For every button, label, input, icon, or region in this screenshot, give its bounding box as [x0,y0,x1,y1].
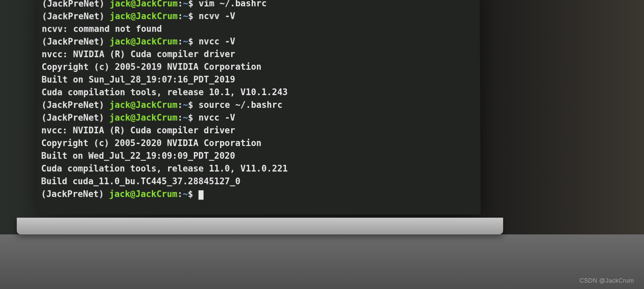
output-text: Copyright (c) 2005-2019 NVIDIA Corporati… [42,62,261,72]
terminal-prompt-line: (JackPreNet) jack@JackCrum:~$ ncvv -V [42,9,480,23]
terminal-output-line: Copyright (c) 2005-2020 NVIDIA Corporati… [41,137,480,149]
desk-surface [0,234,644,289]
prompt-sigil: $ [188,100,198,110]
monitor-bezel [17,218,503,234]
path-separator: : [177,100,183,110]
photo-frame: (JackPreNet) jack@JackCrum:~$ vim ~/.bas… [0,0,644,289]
env-prefix: (JackPreNet) [41,100,109,110]
command-text: source ~/.bashrc [199,100,282,110]
terminal-output-line: Built on Wed_Jul_22_19:09:09_PDT_2020 [41,149,480,162]
command-text: vim ~/.bashrc [199,0,267,8]
path-separator: : [177,113,183,123]
env-prefix: (JackPreNet) [42,37,110,47]
output-text: Cuda compilation tools, release 10.1, V1… [42,87,288,97]
watermark-text: CSDN @JackCrum [580,277,634,284]
env-prefix: (JackPreNet) [42,0,110,9]
terminal-output-line: ncvv: command not found [42,22,480,35]
user-host: jack@JackCrum [110,0,178,8]
terminal-content[interactable]: (JackPreNet) jack@JackCrum:~$ vim ~/.bas… [37,0,480,201]
user-host: jack@JackCrum [110,11,178,21]
cwd: ~ [183,11,188,21]
env-prefix: (JackPreNet) [41,189,109,199]
terminal-prompt-line: (JackPreNet) jack@JackCrum:~$ source ~/.… [41,98,480,112]
output-text: Copyright (c) 2005-2020 NVIDIA Corporati… [41,138,261,148]
prompt-sigil: $ [188,113,198,123]
env-prefix: (JackPreNet) [42,11,110,21]
output-text: nvcc: NVIDIA (R) Cuda compiler driver [41,125,235,135]
cwd: ~ [183,0,188,8]
command-text: nvcc -V [199,113,235,123]
cwd: ~ [183,37,188,47]
user-host: jack@JackCrum [109,100,177,110]
output-text: nvcc: NVIDIA (R) Cuda compiler driver [42,49,235,59]
user-host: jack@JackCrum [109,189,177,199]
path-separator: : [177,189,183,199]
user-host: jack@JackCrum [110,37,178,47]
terminal-output-line: nvcc: NVIDIA (R) Cuda compiler driver [41,124,480,137]
terminal-output-line: Cuda compilation tools, release 10.1, V1… [42,86,480,99]
cwd: ~ [183,113,188,123]
terminal-window[interactable]: (JackPreNet) jack@JackCrum:~$ vim ~/.bas… [37,0,481,215]
terminal-output-line: Copyright (c) 2005-2019 NVIDIA Corporati… [42,60,480,73]
user-host: jack@JackCrum [109,113,177,123]
command-text: nvcc -V [199,36,235,46]
output-text: Cuda compilation tools, release 11.0, V1… [41,163,288,173]
path-separator: : [178,37,183,47]
terminal-output-line: Build cuda_11.0_bu.TC445_37.28845127_0 [41,175,480,188]
cwd: ~ [182,189,188,199]
command-text: ncvv -V [199,11,235,21]
terminal-output-line: nvcc: NVIDIA (R) Cuda compiler driver [42,48,480,61]
prompt-sigil: $ [188,37,199,47]
terminal-prompt-line: (JackPreNet) jack@JackCrum:~$ nvcc -V [42,35,480,48]
cwd: ~ [183,100,188,110]
prompt-sigil: $ [188,11,199,21]
terminal-prompt-line: (JackPreNet) jack@JackCrum:~$ [41,188,480,201]
path-separator: : [178,0,183,8]
terminal-output-line: Built on Sun_Jul_28_19:07:16_PDT_2019 [42,73,480,86]
output-text: Built on Wed_Jul_22_19:09:09_PDT_2020 [41,151,235,161]
cursor-icon [198,190,203,200]
prompt-sigil: $ [188,189,198,199]
output-text: ncvv: command not found [42,24,162,34]
terminal-prompt-line: (JackPreNet) jack@JackCrum:~$ nvcc -V [41,111,480,124]
terminal-output-line: Cuda compilation tools, release 11.0, V1… [41,162,481,175]
env-prefix: (JackPreNet) [41,113,109,123]
output-text: Build cuda_11.0_bu.TC445_37.28845127_0 [41,176,240,186]
terminal-prompt-line: (JackPreNet) jack@JackCrum:~$ vim ~/.bas… [42,0,480,10]
output-text: Built on Sun_Jul_28_19:07:16_PDT_2019 [42,74,235,84]
path-separator: : [178,11,183,21]
prompt-sigil: $ [188,0,199,8]
